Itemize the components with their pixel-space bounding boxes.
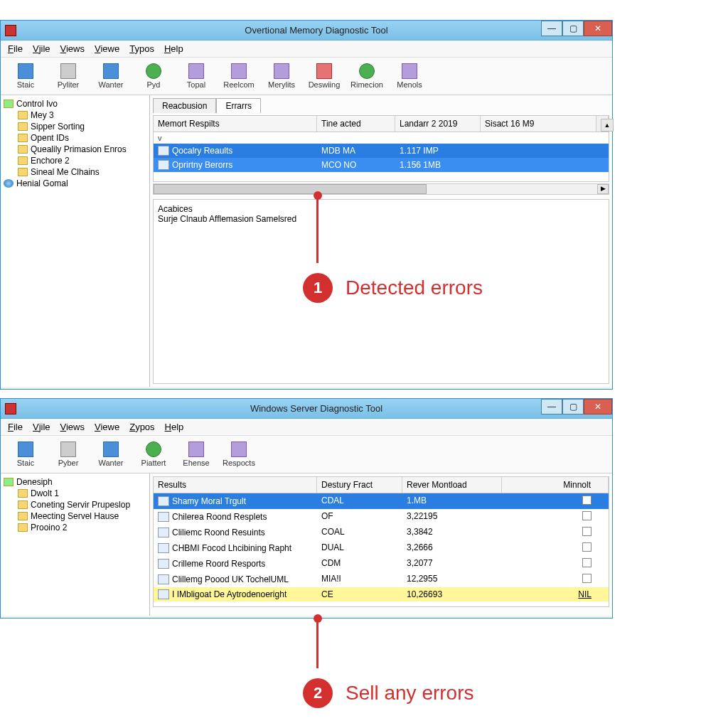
menu-views[interactable]: Views [60,43,85,54]
tool-wanter[interactable]: Wanter [90,60,132,92]
table-row[interactable]: I IMbligoat De AytrodenoerightCE10,26693… [154,587,609,601]
cell: Qocalry Reaults [154,144,317,158]
checkbox[interactable] [582,527,592,536]
checkbox[interactable] [582,511,592,520]
tool-wanter[interactable]: Wanter [90,438,132,471]
tool-topal[interactable]: Topal [176,60,217,92]
col-minnolt[interactable]: Minnolt [502,477,609,493]
tree-item[interactable]: Coneting Servir Prupeslop [2,499,148,510]
minimize-button[interactable]: — [541,399,562,414]
results-list[interactable]: vQocalry ReaultsMDB MA1.117 IMPOprirtny … [153,132,609,182]
col-destury-fract[interactable]: Destury Fract [317,477,402,493]
tree-label: Meecting Servel Hause [31,511,119,521]
checkbox[interactable] [582,574,592,583]
cell: CE [317,587,402,601]
menu-help[interactable]: Help [164,43,183,54]
menu-file[interactable]: File [8,43,23,54]
tool-pyber[interactable]: Pyber [48,438,89,471]
tree-globe-item[interactable]: Henial Gomal [2,178,148,189]
tool-rimecion[interactable]: Rimecion [346,60,387,92]
tool-label: Pyliter [58,80,80,89]
checkbox[interactable] [582,558,592,567]
scroll-right-icon[interactable]: ▶ [597,184,609,194]
checkbox[interactable] [582,496,592,505]
menu-vjile[interactable]: Vjile [33,422,50,432]
menu-vjile[interactable]: Vjile [33,43,50,54]
col-tine-acted[interactable]: Tine acted [317,116,395,132]
tool-staic[interactable]: Staic [5,60,46,92]
tree-view[interactable]: DenesiphDwolt 1Coneting Servir Prupeslop… [1,473,150,616]
tab-reacbusion[interactable]: Reacbusion [153,98,216,113]
toolbar: StaicPyliterWanterPydTopalReelcomMerylit… [1,58,612,95]
cell: COAL [317,525,402,540]
tree-item[interactable]: Dwolt 1 [2,488,148,499]
col-rever-montload[interactable]: Rever Montload [402,477,502,493]
tool-ehense[interactable]: Ehense [176,438,217,471]
tool-staic[interactable]: Staic [5,438,46,471]
tree-item[interactable]: Sipper Sorting [2,121,148,132]
table-row[interactable]: Crilleme Roord ResportsCDM3,2077 [154,556,609,572]
table-row[interactable]: Chilerea Roond RespletsOF3,22195 [154,509,609,525]
minimize-button[interactable]: — [541,21,562,36]
col-sisact[interactable]: Sisact 16 M9 [481,116,609,132]
tool-menols[interactable]: Menols [389,60,430,92]
tool-merylits[interactable]: Merylits [261,60,302,92]
tree-item[interactable]: Sineal Me Clhains [2,166,148,178]
memory-diagnostic-window: Overtional Memory Diagnostic Tool — ▢ ✕ … [0,20,613,390]
table-row[interactable]: Shamy Moral TrgultCDAL1.MB [154,493,609,509]
menu-views[interactable]: Views [60,422,85,432]
tool-label: Reelcom [223,80,254,89]
checkbox[interactable] [582,542,592,552]
tree-label: Mey 3 [31,110,54,120]
vertical-scrollbar[interactable]: ▲ [596,116,609,132]
tool-deswiing[interactable]: Deswiing [304,60,345,92]
scroll-up-icon[interactable]: ▲ [601,119,614,132]
tree-view[interactable]: Control IvoMey 3Sipper SortingOpent IDsQ… [1,95,150,387]
pyber-icon [60,441,76,457]
table-row[interactable]: Cliliemc Roond ResuintsCOAL3,3842 [154,525,609,540]
tree-item[interactable]: Mey 3 [2,109,148,121]
col-results[interactable]: Results [154,477,317,493]
tool-reelcom[interactable]: Reelcom [218,60,259,92]
menu-help[interactable]: Help [165,422,184,432]
table-row[interactable]: CHBMI Focod Lhcibining RaphtDUAL3,2666 [154,540,609,556]
maximize-button[interactable]: ▢ [562,399,584,414]
cell: CDM [317,556,402,572]
scroll-thumb[interactable] [154,184,427,194]
results-list[interactable]: Shamy Moral TrgultCDAL1.MBChilerea Roond… [153,493,609,607]
table-row[interactable]: Clillemg Poood UK TochelUMLMIA!l12,2955 [154,572,609,587]
menu-file[interactable]: File [8,422,23,432]
table-row[interactable]: Oprirtny BerorrsMCO NO1.156 1MB [154,158,609,172]
cell: 3,3842 [402,525,502,540]
menu-zypos[interactable]: Zypos [129,422,154,432]
horizontal-scrollbar[interactable]: ▶ [153,183,609,195]
tree-root[interactable]: Denesiph [2,476,148,488]
tool-respocts[interactable]: Respocts [218,438,259,471]
row-icon [158,528,169,537]
tree-item[interactable]: Quealily Primasion Enros [2,144,148,155]
tool-label: Staic [17,80,34,89]
callout-text: Sell any errors [346,682,474,705]
close-button[interactable]: ✕ [584,21,612,36]
tree-item[interactable]: Enchore 2 [2,155,148,166]
tree-item[interactable]: Opent IDs [2,132,148,144]
maximize-button[interactable]: ▢ [562,21,584,36]
tree-root[interactable]: Control Ivo [2,98,148,109]
tree-item[interactable]: Prooino 2 [2,522,148,533]
col-memort-respilts[interactable]: Memort Respilts [154,116,317,132]
toolbar: StaicPyberWanterPiattertEhenseRespocts [1,436,612,473]
tool-pyd[interactable]: Pyd [133,60,174,92]
menu-viewe[interactable]: Viewe [95,422,119,432]
list-header: Results Destury Fract Rever Montload Min… [153,476,609,493]
close-button[interactable]: ✕ [584,399,612,414]
menu-typos[interactable]: Typos [129,43,154,54]
tool-label: Pyd [147,80,161,89]
tool-piattert[interactable]: Piattert [133,438,174,471]
table-row[interactable]: Qocalry ReaultsMDB MA1.117 IMP [154,144,609,158]
menu-viewe[interactable]: Viewe [95,43,119,54]
tree-item[interactable]: Meecting Servel Hause [2,510,148,522]
cell: NIL [502,587,609,601]
tool-pyliter[interactable]: Pyliter [48,60,89,92]
col-landarr[interactable]: Landarr 2 2019 [395,116,481,132]
tab-errarrs[interactable]: Errarrs [216,98,261,113]
